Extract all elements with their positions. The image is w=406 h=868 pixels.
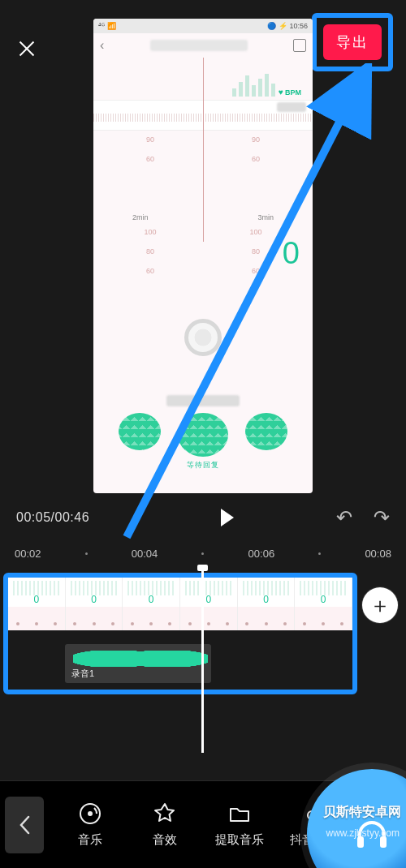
tool-douyin-fav[interactable]: 抖音收藏 [279, 801, 349, 848]
scale-tick: 100 [144, 228, 156, 236]
scale-tick: 90 [146, 135, 154, 144]
scale-tick: 60 [252, 155, 260, 163]
folder-icon [227, 801, 252, 826]
timeline-annotation-box: 0 0 0 0 0 0 ＋ 录音1 [3, 573, 357, 694]
tiktok-icon [302, 801, 326, 826]
ruler-tick: 00:08 [365, 548, 391, 560]
bpm-label: BPM [285, 88, 301, 97]
tool-extract-music[interactable]: 提取音乐 [205, 801, 274, 848]
audio-clip[interactable]: 录音1 [65, 644, 211, 683]
big-zero-value: 0 [283, 236, 300, 271]
preview-title-blurred [150, 40, 248, 51]
frame-zero: 0 [91, 594, 97, 605]
preview-blurred-text [166, 395, 240, 406]
ruler-dot [85, 552, 88, 555]
svg-point-2 [88, 811, 93, 816]
scale-tick: 80 [146, 247, 154, 256]
status-right: 🔵 ⚡ 10:56 [267, 22, 308, 30]
tool-music[interactable]: 音乐 [55, 801, 125, 848]
audio-waveform-icon [73, 651, 208, 667]
tool-label: 音乐 [78, 832, 102, 848]
ruler-tick: 00:06 [248, 548, 275, 560]
frame-zero: 0 [263, 594, 269, 605]
record-circle-icon [184, 319, 222, 356]
star-icon [153, 801, 177, 826]
ruler-dot [318, 552, 321, 555]
add-clip-button[interactable]: ＋ [362, 587, 398, 623]
heart-icon: ♥ [279, 88, 283, 97]
preview-action-dot [245, 413, 287, 450]
minute-label: 3min [257, 213, 274, 221]
playback-time: 00:05/00:46 [16, 510, 89, 525]
scale-tick: 100 [249, 228, 261, 236]
share-icon [293, 39, 306, 52]
ruler-dot [201, 552, 204, 555]
redo-button[interactable]: ↶ [374, 506, 390, 529]
scale-tick: 80 [252, 247, 260, 256]
bottom-toolbar: 音乐 音效 提取音乐 抖音收藏 [0, 780, 406, 868]
tool-label: 抖音收藏 [290, 832, 339, 848]
export-button[interactable]: 导出 [323, 24, 382, 60]
video-track[interactable]: 0 0 0 0 0 0 [8, 578, 352, 631]
frame-zero: 0 [321, 594, 326, 605]
tool-label: 音效 [153, 832, 177, 848]
preview-back-icon: ‹ [100, 38, 104, 53]
tool-sound-effect[interactable]: 音效 [130, 801, 200, 848]
tool-label: 提取音乐 [215, 832, 264, 848]
close-button[interactable] [13, 35, 41, 62]
undo-button[interactable]: ↶ [336, 506, 352, 529]
frame-zero: 0 [33, 594, 39, 605]
music-disc-icon [78, 801, 102, 826]
scale-tick: 60 [252, 267, 260, 275]
export-annotation-box: 导出 [312, 13, 393, 71]
scale-tick: 60 [146, 267, 154, 275]
scale-tick: 60 [146, 155, 154, 163]
back-button[interactable] [5, 797, 44, 853]
preview-action-dot [178, 413, 228, 457]
frame-zero: 0 [206, 594, 212, 605]
scale-tick: 90 [252, 135, 260, 144]
frame-zero: 0 [149, 594, 154, 605]
bpm-bars-icon [232, 72, 275, 97]
video-preview: ⁴ᴳ 📶 🔵 ⚡ 10:56 ‹ ♥ BPM 90 60 90 60 [93, 19, 313, 493]
timeline-ruler[interactable]: 00:02 00:04 00:06 00:08 [0, 542, 406, 565]
ruler-tick: 00:04 [132, 548, 158, 560]
audio-clip-label: 录音1 [71, 668, 94, 680]
ruler-tick: 00:02 [15, 548, 41, 560]
preview-subtext: 等待回复 [93, 460, 313, 471]
status-left: ⁴ᴳ 📶 [98, 22, 116, 30]
minute-label: 2min [132, 213, 149, 221]
preview-action-dot [119, 413, 161, 450]
play-button[interactable] [221, 509, 234, 526]
playhead[interactable] [201, 566, 204, 753]
